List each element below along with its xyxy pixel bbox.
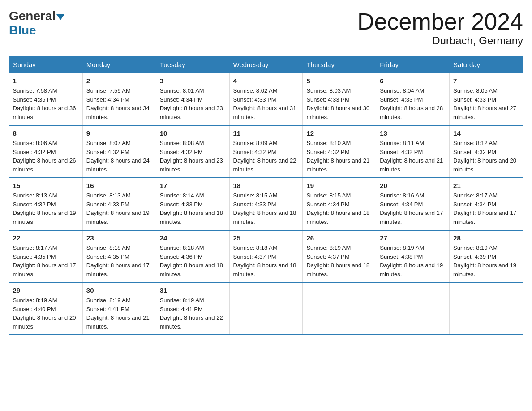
calendar-cell: 2 Sunrise: 7:59 AMSunset: 4:34 PMDayligh… [82, 73, 156, 126]
day-info: Sunrise: 8:03 AMSunset: 4:33 PMDaylight:… [306, 87, 369, 120]
day-info: Sunrise: 8:19 AMSunset: 4:39 PMDaylight:… [453, 244, 516, 278]
calendar-table: Sunday Monday Tuesday Wednesday Thursday… [9, 56, 523, 335]
calendar-cell: 13 Sunrise: 8:11 AMSunset: 4:32 PMDaylig… [376, 125, 450, 178]
day-number: 23 [86, 234, 152, 242]
day-number: 24 [160, 234, 226, 242]
day-number: 17 [160, 182, 226, 189]
calendar-cell: 27 Sunrise: 8:19 AMSunset: 4:38 PMDaylig… [376, 230, 450, 283]
header-thursday: Thursday [303, 56, 376, 73]
day-number: 13 [380, 129, 446, 137]
calendar-week-row: 22 Sunrise: 8:17 AMSunset: 4:35 PMDaylig… [9, 230, 523, 283]
day-number: 9 [86, 129, 152, 137]
day-info: Sunrise: 8:14 AMSunset: 4:33 PMDaylight:… [160, 192, 223, 225]
header-friday: Friday [376, 56, 450, 73]
header-wednesday: Wednesday [229, 56, 303, 73]
calendar-cell: 25 Sunrise: 8:18 AMSunset: 4:37 PMDaylig… [229, 230, 303, 283]
day-number: 10 [160, 129, 226, 137]
day-number: 22 [13, 234, 79, 242]
calendar-cell: 29 Sunrise: 8:19 AMSunset: 4:40 PMDaylig… [9, 283, 83, 335]
calendar-cell: 6 Sunrise: 8:04 AMSunset: 4:33 PMDayligh… [376, 73, 450, 126]
calendar-cell: 10 Sunrise: 8:08 AMSunset: 4:32 PMDaylig… [156, 125, 229, 178]
day-number: 29 [13, 287, 79, 294]
calendar-week-row: 29 Sunrise: 8:19 AMSunset: 4:40 PMDaylig… [9, 283, 523, 335]
logo-blue: Blue [9, 23, 36, 37]
day-number: 1 [13, 77, 79, 85]
calendar-week-row: 8 Sunrise: 8:06 AMSunset: 4:32 PMDayligh… [9, 125, 523, 178]
calendar-cell: 22 Sunrise: 8:17 AMSunset: 4:35 PMDaylig… [9, 230, 83, 283]
day-info: Sunrise: 8:05 AMSunset: 4:33 PMDaylight:… [453, 87, 516, 120]
day-info: Sunrise: 7:58 AMSunset: 4:35 PMDaylight:… [13, 87, 76, 120]
calendar-week-row: 15 Sunrise: 8:13 AMSunset: 4:32 PMDaylig… [9, 178, 523, 230]
calendar-cell [450, 283, 523, 335]
day-number: 6 [380, 77, 446, 85]
calendar-cell: 3 Sunrise: 8:01 AMSunset: 4:34 PMDayligh… [156, 73, 229, 126]
day-number: 3 [160, 77, 226, 85]
day-info: Sunrise: 8:10 AMSunset: 4:32 PMDaylight:… [306, 140, 369, 173]
calendar-cell: 1 Sunrise: 7:58 AMSunset: 4:35 PMDayligh… [9, 73, 83, 126]
day-info: Sunrise: 8:02 AMSunset: 4:33 PMDaylight:… [233, 87, 296, 120]
calendar-cell: 28 Sunrise: 8:19 AMSunset: 4:39 PMDaylig… [450, 230, 523, 283]
day-info: Sunrise: 8:19 AMSunset: 4:40 PMDaylight:… [13, 297, 76, 330]
day-number: 4 [233, 77, 299, 85]
calendar-cell [303, 283, 376, 335]
calendar-cell: 12 Sunrise: 8:10 AMSunset: 4:32 PMDaylig… [303, 125, 376, 178]
day-info: Sunrise: 8:04 AMSunset: 4:33 PMDaylight:… [380, 87, 443, 120]
calendar-cell: 20 Sunrise: 8:16 AMSunset: 4:34 PMDaylig… [376, 178, 450, 230]
day-number: 12 [306, 129, 372, 137]
day-info: Sunrise: 7:59 AMSunset: 4:34 PMDaylight:… [86, 87, 150, 120]
calendar-cell: 4 Sunrise: 8:02 AMSunset: 4:33 PMDayligh… [229, 73, 303, 126]
day-number: 19 [306, 182, 372, 189]
day-info: Sunrise: 8:19 AMSunset: 4:41 PMDaylight:… [160, 297, 223, 330]
logo: General Blue [9, 9, 64, 38]
calendar-cell: 24 Sunrise: 8:18 AMSunset: 4:36 PMDaylig… [156, 230, 229, 283]
day-number: 20 [380, 182, 446, 189]
day-info: Sunrise: 8:01 AMSunset: 4:34 PMDaylight:… [160, 87, 223, 120]
calendar-cell: 26 Sunrise: 8:19 AMSunset: 4:37 PMDaylig… [303, 230, 376, 283]
day-info: Sunrise: 8:19 AMSunset: 4:41 PMDaylight:… [86, 297, 150, 330]
day-number: 18 [233, 182, 299, 189]
day-number: 5 [306, 77, 372, 85]
header-tuesday: Tuesday [156, 56, 229, 73]
page-header: General Blue December 2024 Durbach, Germ… [9, 9, 523, 47]
calendar-cell: 16 Sunrise: 8:13 AMSunset: 4:33 PMDaylig… [82, 178, 156, 230]
header-saturday: Saturday [450, 56, 523, 73]
calendar-header-row: Sunday Monday Tuesday Wednesday Thursday… [9, 56, 523, 73]
day-number: 25 [233, 234, 299, 242]
calendar-cell: 30 Sunrise: 8:19 AMSunset: 4:41 PMDaylig… [82, 283, 156, 335]
day-number: 14 [453, 129, 519, 137]
calendar-cell: 17 Sunrise: 8:14 AMSunset: 4:33 PMDaylig… [156, 178, 229, 230]
day-number: 11 [233, 129, 299, 137]
calendar-cell: 19 Sunrise: 8:15 AMSunset: 4:34 PMDaylig… [303, 178, 376, 230]
day-info: Sunrise: 8:09 AMSunset: 4:32 PMDaylight:… [233, 140, 296, 173]
day-number: 27 [380, 234, 446, 242]
title-block: December 2024 Durbach, Germany [357, 9, 523, 47]
header-sunday: Sunday [9, 56, 83, 73]
day-number: 31 [160, 287, 226, 294]
day-info: Sunrise: 8:13 AMSunset: 4:33 PMDaylight:… [86, 192, 150, 225]
day-info: Sunrise: 8:17 AMSunset: 4:34 PMDaylight:… [453, 192, 516, 225]
day-info: Sunrise: 8:07 AMSunset: 4:32 PMDaylight:… [86, 140, 150, 173]
day-number: 21 [453, 182, 519, 189]
day-info: Sunrise: 8:18 AMSunset: 4:36 PMDaylight:… [160, 244, 223, 278]
day-number: 2 [86, 77, 152, 85]
day-info: Sunrise: 8:18 AMSunset: 4:35 PMDaylight:… [86, 244, 150, 278]
calendar-cell: 11 Sunrise: 8:09 AMSunset: 4:32 PMDaylig… [229, 125, 303, 178]
day-number: 7 [453, 77, 519, 85]
day-info: Sunrise: 8:11 AMSunset: 4:32 PMDaylight:… [380, 140, 443, 173]
day-number: 30 [86, 287, 152, 294]
day-number: 28 [453, 234, 519, 242]
page-title: December 2024 [357, 9, 523, 34]
day-info: Sunrise: 8:17 AMSunset: 4:35 PMDaylight:… [13, 244, 76, 278]
day-info: Sunrise: 8:15 AMSunset: 4:33 PMDaylight:… [233, 192, 296, 225]
calendar-cell: 8 Sunrise: 8:06 AMSunset: 4:32 PMDayligh… [9, 125, 83, 178]
day-info: Sunrise: 8:19 AMSunset: 4:37 PMDaylight:… [306, 244, 369, 278]
logo-triangle-icon [56, 14, 64, 20]
day-info: Sunrise: 8:18 AMSunset: 4:37 PMDaylight:… [233, 244, 296, 278]
calendar-cell: 14 Sunrise: 8:12 AMSunset: 4:32 PMDaylig… [450, 125, 523, 178]
page-subtitle: Durbach, Germany [357, 34, 523, 47]
header-monday: Monday [82, 56, 156, 73]
day-info: Sunrise: 8:16 AMSunset: 4:34 PMDaylight:… [380, 192, 443, 225]
day-info: Sunrise: 8:19 AMSunset: 4:38 PMDaylight:… [380, 244, 443, 278]
calendar-cell [376, 283, 450, 335]
day-number: 26 [306, 234, 372, 242]
